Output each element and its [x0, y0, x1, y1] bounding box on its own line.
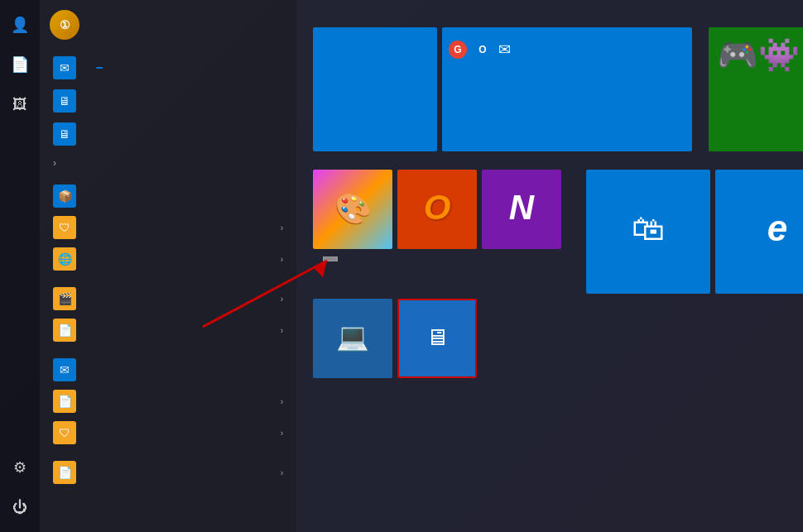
- app-360browser[interactable]: 🌐 ›: [40, 243, 296, 275]
- onenote-inner: N: [482, 170, 561, 249]
- control-panel-tile[interactable]: 🖥: [397, 299, 477, 378]
- boxoft-icon: 🖥: [53, 89, 76, 113]
- expand-header: ›: [40, 151, 296, 172]
- logo-circle: ①: [50, 10, 79, 40]
- app-3d-viewer[interactable]: 📦: [40, 180, 296, 212]
- tiles-area: G O ✉ 🎮👾: [296, 0, 803, 532]
- avidemux-icon: 🎬: [53, 287, 76, 310]
- paint3d-tile[interactable]: 🎨: [313, 170, 392, 249]
- gdsmux-recent[interactable]: 🖥: [40, 117, 296, 151]
- company-icon: 📄: [53, 461, 76, 484]
- control-panel-icon: 🖥: [426, 324, 449, 351]
- settings-icon-btn[interactable]: ⚙: [3, 451, 36, 484]
- document-icon-btn[interactable]: 📄: [3, 48, 36, 81]
- app-list: ① ✉ 🖥 🖥: [40, 0, 296, 532]
- ms-edge-tile[interactable]: e: [715, 170, 803, 294]
- letter-b: [40, 346, 296, 354]
- ms-store-tile[interactable]: 🛍: [586, 170, 710, 294]
- paint3d-icon: 🎨: [334, 192, 372, 227]
- watermark: ①: [50, 10, 84, 40]
- ms-edge-inner: e: [715, 170, 803, 294]
- power-icon-btn[interactable]: ⏻: [3, 491, 36, 524]
- bluemail-text: [84, 370, 283, 371]
- image-icon-btn[interactable]: 🖼: [3, 88, 36, 121]
- letter-a: [40, 275, 296, 283]
- bluemail-icon: ✉: [53, 56, 76, 79]
- edge-icon: e: [767, 208, 787, 249]
- chevron-icon-3: ›: [281, 295, 283, 304]
- pc-icon: 💻: [336, 321, 369, 352]
- mail-tile[interactable]: G O ✉: [442, 27, 692, 151]
- app-company[interactable]: 📄 ›: [40, 457, 296, 488]
- pc-tile[interactable]: 💻: [313, 299, 392, 378]
- office-logo: O: [424, 188, 451, 228]
- chevron-icon-4: ›: [281, 326, 283, 335]
- store-icon: 🛍: [632, 210, 665, 247]
- user-icon-btn[interactable]: 👤: [3, 8, 36, 41]
- new-badge: [96, 67, 103, 69]
- letter-hash: [40, 172, 296, 180]
- ms-store-inner: 🛍: [586, 170, 710, 294]
- chevron-icon-5: ›: [281, 397, 283, 406]
- app-360safe[interactable]: 🛡 ›: [40, 212, 296, 243]
- xbox-content: 🎮👾: [709, 27, 803, 151]
- chevron-icon-6: ›: [281, 429, 283, 438]
- axpertsoft-icon: 📄: [53, 319, 76, 342]
- 3dviewer-icon: 📦: [53, 185, 76, 208]
- calendar-tile[interactable]: [313, 27, 437, 151]
- bluemail-list-icon: ✉: [53, 358, 76, 381]
- mail-icons: G O ✉: [449, 41, 685, 59]
- start-menu: 👤 📄 🖼 ⚙ ⏻ ① ✉: [0, 0, 803, 532]
- app-boxoft[interactable]: 📄 ›: [40, 386, 296, 417]
- xbox-figures: 🎮👾: [717, 36, 800, 74]
- app-axpertsoft[interactable]: 📄 ›: [40, 314, 296, 346]
- bytefence-icon: 🛡: [53, 421, 76, 444]
- app-bluemail[interactable]: ✉: [40, 354, 296, 386]
- left-icons-column: 👤 📄 🖼 ⚙ ⏻: [0, 0, 40, 532]
- boxoft-recent[interactable]: 🖥: [40, 84, 296, 117]
- left-panel: 👤 📄 🖼 ⚙ ⏻ ① ✉: [0, 0, 296, 532]
- onenote-logo: N: [509, 188, 534, 228]
- xbox-tile[interactable]: 🎮👾: [709, 27, 803, 151]
- app-avidemux[interactable]: 🎬 ›: [40, 283, 296, 314]
- office-tile[interactable]: O: [397, 170, 477, 249]
- chevron-icon: ›: [281, 223, 283, 232]
- bluemail-recent[interactable]: ✉: [40, 51, 296, 84]
- 360browser-icon: 🌐: [53, 247, 76, 271]
- chevron-icon-2: ›: [281, 255, 283, 264]
- boxoft-text: [84, 401, 272, 402]
- gdsmux-icon: 🖥: [53, 122, 76, 146]
- recent-section-header: [40, 41, 296, 51]
- axpertsoft-text: [84, 330, 272, 331]
- app-list-content: ✉ 🖥 🖥 › �: [40, 41, 296, 532]
- letter-c: [40, 448, 296, 457]
- onenote-tile[interactable]: N: [482, 170, 561, 249]
- chevron-icon-7: ›: [281, 468, 283, 477]
- office-inner: O: [397, 170, 477, 249]
- app-bytefence[interactable]: 🛡 ›: [40, 417, 296, 448]
- 360safe-icon: 🛡: [53, 216, 76, 239]
- boxoft-list-icon: 📄: [53, 390, 76, 413]
- bytefence-text: [84, 433, 272, 434]
- mail-content: G O ✉: [442, 27, 692, 151]
